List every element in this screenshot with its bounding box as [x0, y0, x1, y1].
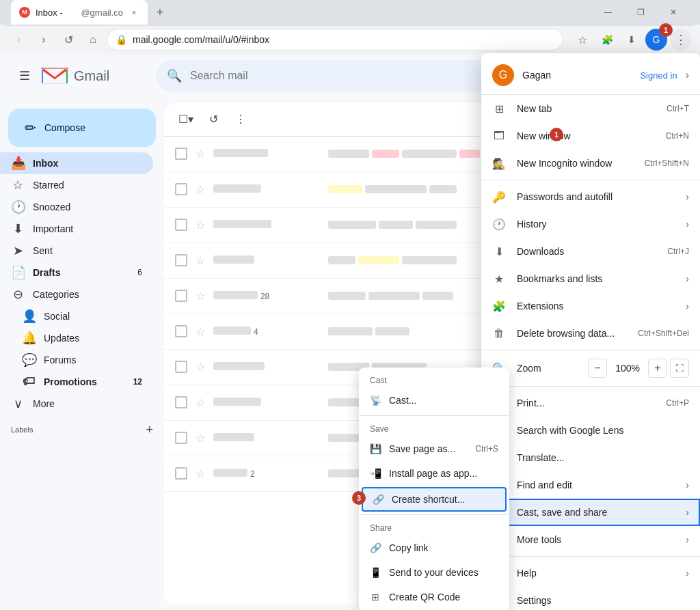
- sidebar-item-promotions[interactable]: 🏷 Promotions 12: [0, 371, 153, 393]
- downloads-menu-item[interactable]: ⬇ Downloads Ctrl+J: [481, 238, 700, 265]
- sidebar-label-drafts: Drafts: [33, 267, 129, 278]
- sidebar-item-social[interactable]: 👤 Social: [0, 305, 153, 327]
- create-qr-item[interactable]: ⊞ Create QR Code: [359, 585, 509, 609]
- sidebar-item-sent[interactable]: ➤ Sent: [0, 240, 153, 262]
- sidebar-label-social: Social: [44, 311, 142, 322]
- sidebar-item-starred[interactable]: ☆ Starred: [0, 174, 153, 196]
- email-checkbox[interactable]: [175, 467, 187, 480]
- menu-divider-2: [481, 350, 700, 350]
- maximize-button[interactable]: ❐: [625, 1, 656, 23]
- cast-save-share-menu-item[interactable]: 📡 Cast, save and share › 2: [481, 499, 700, 526]
- new-tab-button[interactable]: +: [150, 3, 170, 22]
- tab-close-button[interactable]: ×: [129, 7, 139, 18]
- sidebar-item-forums[interactable]: 💬 Forums: [0, 349, 153, 371]
- bookmark-button[interactable]: ☆: [571, 29, 593, 51]
- clear-browsing-shortcut: Ctrl+Shift+Del: [638, 329, 689, 338]
- star-icon[interactable]: ☆: [196, 219, 205, 232]
- sidebar-item-updates[interactable]: 🔔 Updates: [0, 327, 153, 349]
- history-menu-item[interactable]: 🕐 History ›: [481, 210, 700, 238]
- drafts-count: 6: [137, 268, 142, 277]
- extensions-menu-item[interactable]: 🧩 Extensions ›: [481, 292, 700, 320]
- email-checkbox[interactable]: [175, 183, 187, 195]
- compose-button[interactable]: ✏ Compose: [8, 109, 156, 147]
- clear-browsing-menu-item[interactable]: 🗑 Delete browsing data... Ctrl+Shift+Del: [481, 320, 700, 347]
- star-icon[interactable]: ☆: [196, 148, 205, 161]
- star-icon[interactable]: ☆: [196, 183, 205, 196]
- star-icon[interactable]: ☆: [196, 396, 205, 409]
- menu-divider-4: [481, 556, 700, 557]
- snoozed-icon: 🕐: [11, 199, 25, 214]
- profile-menu-item[interactable]: G Gagan Signed in ›: [481, 56, 700, 95]
- google-lens-menu-item[interactable]: 🔍 Search with Google Lens: [481, 417, 700, 444]
- bookmarks-label: Bookmarks and lists: [517, 273, 675, 284]
- translate-menu-item[interactable]: 🌐 Translate...: [481, 444, 700, 471]
- star-icon[interactable]: ☆: [196, 254, 205, 267]
- passwords-label: Passwords and autofill: [517, 191, 675, 202]
- email-sender: [213, 255, 323, 266]
- profile-button[interactable]: G 1: [645, 29, 667, 51]
- star-icon[interactable]: ☆: [196, 467, 205, 480]
- settings-label: Settings: [517, 595, 689, 606]
- settings-menu-item[interactable]: ⚙ Settings: [481, 587, 700, 610]
- email-checkbox[interactable]: [175, 361, 187, 373]
- zoom-out-button[interactable]: −: [588, 359, 607, 378]
- email-checkbox[interactable]: [175, 290, 187, 302]
- zoom-fullscreen-button[interactable]: ⛶: [670, 359, 689, 378]
- email-checkbox[interactable]: [175, 254, 187, 266]
- email-checkbox[interactable]: [175, 325, 187, 337]
- sidebar-item-more[interactable]: ∨ More: [0, 393, 153, 415]
- save-page-item[interactable]: 💾 Save page as... Ctrl+S: [359, 436, 509, 461]
- active-tab[interactable]: M Inbox - @gmail.co ×: [11, 0, 148, 25]
- more-options-button[interactable]: ⋮: [230, 109, 252, 130]
- chrome-menu-button[interactable]: ⋮: [670, 29, 692, 51]
- more-tools-menu-item[interactable]: 🔧 More tools ›: [481, 526, 700, 553]
- email-checkbox[interactable]: [175, 432, 187, 444]
- email-checkbox[interactable]: [175, 219, 187, 231]
- gmail-logo: Gmail: [41, 66, 109, 86]
- new-window-menu-item[interactable]: 🗔 New window Ctrl+N 1: [481, 122, 700, 150]
- email-checkbox[interactable]: [175, 148, 187, 160]
- compose-label: Compose: [44, 122, 85, 133]
- install-app-item[interactable]: 📲 Install page as app...: [359, 461, 509, 486]
- bookmarks-menu-item[interactable]: ★ Bookmarks and lists ›: [481, 265, 700, 292]
- labels-section: Labels +: [0, 420, 164, 440]
- more-tools-arrow: ›: [686, 534, 689, 545]
- download-button[interactable]: ⬇: [621, 29, 643, 51]
- close-button[interactable]: ✕: [658, 1, 689, 23]
- print-label: Print...: [517, 398, 655, 408]
- sidebar-item-drafts[interactable]: 📄 Drafts 6: [0, 262, 153, 283]
- print-menu-item[interactable]: 🖨 Print... Ctrl+P: [481, 389, 700, 417]
- extensions-button[interactable]: 🧩: [596, 29, 618, 51]
- star-icon[interactable]: ☆: [196, 325, 205, 338]
- help-menu-item[interactable]: ❓ Help ›: [481, 559, 700, 587]
- select-all-button[interactable]: ☐▾: [175, 109, 197, 130]
- home-button[interactable]: ⌂: [82, 29, 104, 51]
- zoom-in-button[interactable]: +: [648, 359, 667, 378]
- create-shortcut-item[interactable]: 🔗 Create shortcut... 3: [362, 487, 507, 512]
- passwords-menu-item[interactable]: 🔑 Passwords and autofill ›: [481, 183, 700, 210]
- star-icon[interactable]: ☆: [196, 361, 205, 374]
- sidebar-item-snoozed[interactable]: 🕐 Snoozed: [0, 196, 153, 218]
- forward-button[interactable]: ›: [33, 29, 55, 51]
- sidebar-item-categories[interactable]: ⊖ Categories: [0, 283, 153, 305]
- address-bar[interactable]: 🔒 mail.google.com/mail/u/0/#inbox: [107, 29, 563, 51]
- cast-item[interactable]: 📡 Cast...: [359, 388, 509, 413]
- new-tab-menu-item[interactable]: ⊞ New tab Ctrl+T: [481, 95, 700, 122]
- refresh-button[interactable]: ↺: [202, 109, 224, 130]
- incognito-menu-item[interactable]: 🕵 New Incognito window Ctrl+Shift+N: [481, 150, 700, 177]
- new-window-label: New window: [517, 130, 655, 141]
- send-devices-item[interactable]: 📱 Send to your devices: [359, 560, 509, 585]
- back-button[interactable]: ‹: [8, 29, 30, 51]
- refresh-button[interactable]: ↺: [57, 29, 79, 51]
- sidebar-item-inbox[interactable]: 📥 Inbox: [0, 152, 153, 174]
- sidebar-item-important[interactable]: ⬇ Important: [0, 218, 153, 240]
- add-label-button[interactable]: +: [146, 423, 153, 437]
- email-checkbox[interactable]: [175, 396, 187, 408]
- star-icon[interactable]: ☆: [196, 432, 205, 445]
- star-icon[interactable]: ☆: [196, 290, 205, 303]
- find-edit-menu-item[interactable]: ✏ Find and edit ›: [481, 471, 700, 499]
- forums-icon: 💬: [22, 352, 36, 368]
- copy-link-item[interactable]: 🔗 Copy link: [359, 536, 509, 560]
- minimize-button[interactable]: —: [592, 1, 623, 23]
- hamburger-menu[interactable]: ☰: [11, 62, 38, 89]
